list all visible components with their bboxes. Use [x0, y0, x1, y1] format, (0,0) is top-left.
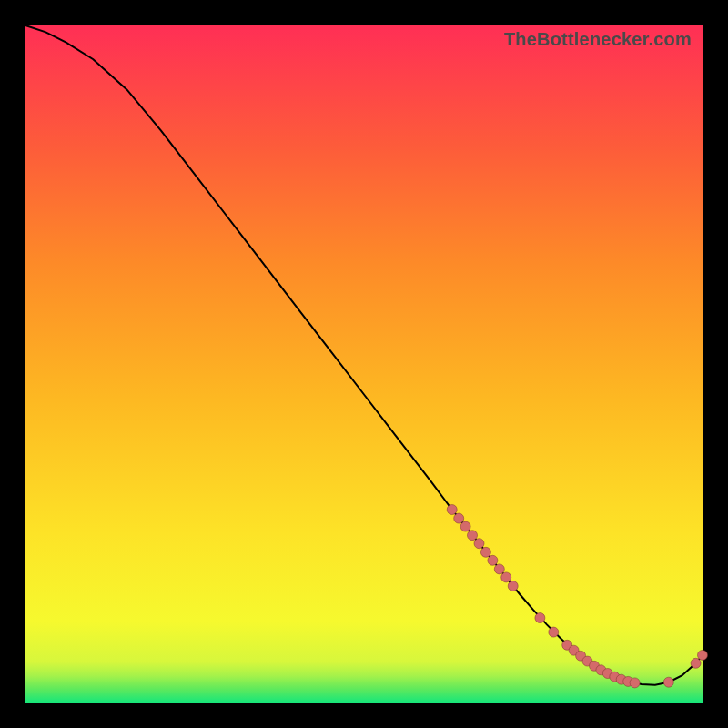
- data-marker: [535, 613, 545, 623]
- data-marker: [691, 658, 701, 668]
- plot-area: TheBottlenecker.com: [25, 25, 703, 703]
- data-marker: [474, 539, 484, 549]
- curve-layer: [25, 25, 703, 703]
- data-marker: [630, 678, 640, 688]
- data-marker: [454, 513, 464, 523]
- chart-frame: TheBottlenecker.com: [0, 0, 728, 728]
- data-marker: [447, 505, 457, 515]
- data-marker: [488, 555, 498, 565]
- markers-group: [447, 505, 707, 688]
- data-marker: [549, 627, 559, 637]
- data-marker: [663, 677, 673, 687]
- data-marker: [508, 581, 518, 592]
- bottleneck-curve: [25, 25, 703, 685]
- data-marker: [698, 650, 708, 660]
- data-marker: [480, 547, 490, 557]
- data-marker: [501, 572, 511, 582]
- data-marker: [468, 531, 478, 541]
- data-marker: [460, 521, 470, 531]
- data-marker: [494, 564, 504, 574]
